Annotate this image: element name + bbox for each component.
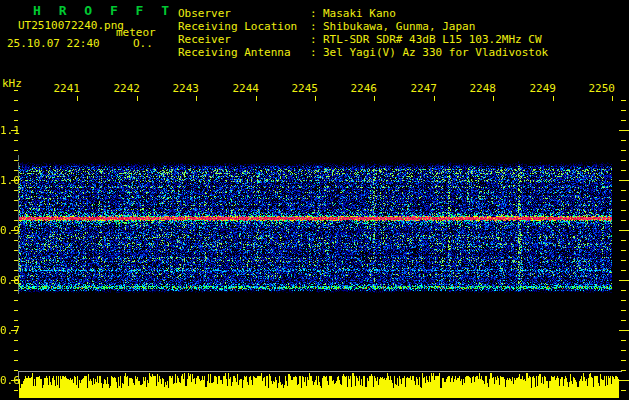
tick-mark	[621, 170, 626, 171]
tick-mark	[11, 180, 18, 181]
khz-unit-label: kHz	[2, 77, 22, 90]
info-row-location: Receiving Location : Shibukawa, Gunma, J…	[178, 20, 475, 33]
tick-mark	[621, 300, 626, 301]
info-label: Observer	[178, 7, 310, 20]
tick-mark	[14, 340, 18, 341]
info-label: Receiving Antenna	[178, 46, 310, 59]
tick-mark	[14, 140, 18, 141]
info-row-antenna: Receiving Antenna : 3el Yagi(V) Az 330 f…	[178, 46, 548, 59]
tick-mark	[621, 220, 626, 221]
x-tick-label: 2249	[526, 82, 556, 95]
tick-mark	[621, 360, 626, 361]
app-title: H R O F F T	[33, 3, 174, 18]
tick-mark	[14, 160, 18, 161]
tick-mark	[256, 96, 257, 101]
tick-mark	[14, 170, 18, 171]
tick-mark	[619, 380, 629, 381]
info-colon: :	[310, 20, 323, 33]
tick-mark	[14, 210, 18, 211]
x-tick-label: 2247	[407, 82, 437, 95]
info-colon: :	[310, 7, 323, 20]
tick-mark	[14, 320, 18, 321]
tick-mark	[374, 96, 375, 101]
tick-mark	[434, 96, 435, 101]
tick-mark	[612, 96, 613, 101]
status-indicator: O..	[133, 37, 153, 50]
tick-mark	[14, 120, 18, 121]
tick-mark	[14, 290, 18, 291]
tick-mark	[14, 240, 18, 241]
tick-mark	[14, 300, 18, 301]
x-tick-label: 2243	[169, 82, 199, 95]
info-colon: :	[310, 33, 323, 46]
tick-mark	[621, 250, 626, 251]
info-label: Receiver	[178, 33, 310, 46]
tick-mark	[621, 260, 626, 261]
tick-mark	[14, 260, 18, 261]
tick-mark	[621, 210, 626, 211]
tick-mark	[14, 200, 18, 201]
info-row-observer: Observer : Masaki Kano	[178, 7, 396, 20]
tick-mark	[14, 350, 18, 351]
tick-mark	[621, 240, 626, 241]
tick-mark	[621, 160, 626, 161]
hrofft-window: H R O F F T UT2510072240.png meteor 25.1…	[0, 0, 629, 400]
tick-mark	[619, 130, 629, 131]
tick-mark	[14, 390, 18, 391]
tick-mark	[621, 100, 626, 101]
tick-mark	[11, 330, 18, 331]
tick-mark	[196, 96, 197, 101]
tick-mark	[621, 320, 626, 321]
tick-mark	[621, 370, 626, 371]
tick-mark	[11, 230, 18, 231]
x-tick-label: 2242	[110, 82, 140, 95]
info-label: Receiving Location	[178, 20, 310, 33]
tick-mark	[553, 96, 554, 101]
tick-mark	[621, 350, 626, 351]
tick-mark	[11, 130, 18, 131]
tick-mark	[14, 250, 18, 251]
tick-mark	[621, 270, 626, 271]
tick-mark	[14, 100, 18, 101]
tick-mark	[77, 96, 78, 101]
tick-mark	[621, 120, 626, 121]
tick-mark	[621, 340, 626, 341]
tick-mark	[14, 310, 18, 311]
tick-mark	[315, 96, 316, 101]
tick-mark	[621, 110, 626, 111]
tick-mark	[14, 370, 18, 371]
tick-mark	[137, 96, 138, 101]
x-tick-label: 2250	[585, 82, 615, 95]
tick-mark	[14, 360, 18, 361]
tick-mark	[621, 290, 626, 291]
tick-mark	[619, 230, 629, 231]
tick-mark	[619, 180, 629, 181]
tick-mark	[14, 110, 18, 111]
tick-mark	[621, 200, 626, 201]
info-value: Masaki Kano	[323, 7, 396, 20]
x-tick-label: 2244	[229, 82, 259, 95]
tick-mark	[621, 390, 626, 391]
tick-mark	[621, 140, 626, 141]
info-colon: :	[310, 46, 323, 59]
x-tick-label: 2246	[347, 82, 377, 95]
tick-mark	[621, 310, 626, 311]
filename-label: UT2510072240.png	[18, 19, 124, 32]
tick-mark	[14, 150, 18, 151]
datetime-label: 25.10.07 22:40	[7, 37, 100, 50]
info-value: Shibukawa, Gunma, Japan	[323, 20, 475, 33]
tick-mark	[493, 96, 494, 101]
tick-mark	[11, 380, 18, 381]
info-value: 3el Yagi(V) Az 330 for Vladivostok	[323, 46, 548, 59]
tick-mark	[11, 280, 18, 281]
x-tick-label: 2241	[50, 82, 80, 95]
tick-mark	[621, 150, 626, 151]
tick-mark	[619, 280, 629, 281]
x-tick-label: 2248	[466, 82, 496, 95]
tick-mark	[14, 190, 18, 191]
x-tick-label: 2245	[288, 82, 318, 95]
tick-mark	[14, 90, 18, 91]
tick-mark	[14, 220, 18, 221]
tick-mark	[14, 270, 18, 271]
info-row-receiver: Receiver : RTL-SDR SDR# 43dB L15 103.2MH…	[178, 33, 542, 46]
